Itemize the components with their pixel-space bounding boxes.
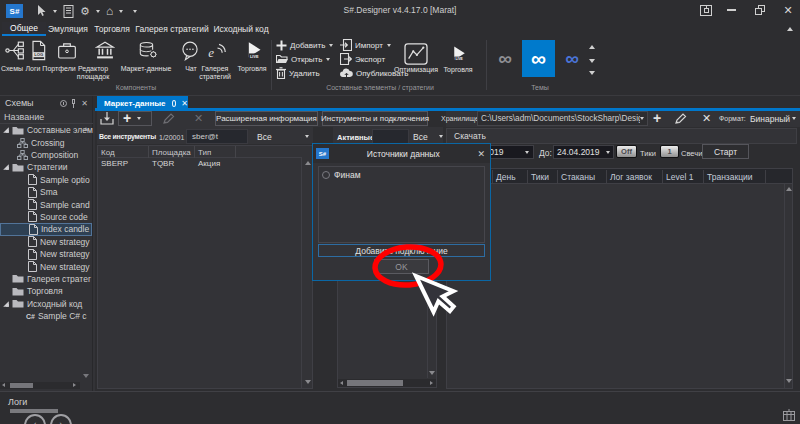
candles-toggle[interactable]: 1 [660,145,679,158]
hscroll-right-icon[interactable] [73,383,76,387]
source-radio-icon[interactable] [322,171,330,179]
home-icon[interactable]: ⌂ [106,6,113,16]
column-header-Стаканы[interactable]: Стаканы [561,172,595,182]
theme-dark-tile[interactable]: ∞ [490,42,520,75]
ribbon-small-export-button[interactable]: Экспорт [340,53,385,65]
expand-arrow-icon[interactable] [3,127,9,133]
tree-hscrollbar[interactable] [0,382,80,389]
tree-column-header[interactable]: Название [0,111,93,124]
start-button[interactable]: Старт [702,144,749,159]
theme-spin-down-icon[interactable] [589,59,595,63]
tree-item-Стратегии[interactable]: Стратегии [0,161,93,173]
column-header-Код[interactable]: Код [101,148,115,157]
ribbon-tab-2[interactable]: Эмуляция [46,22,90,36]
active-hscroll-right-icon[interactable] [430,381,433,385]
instrument-type-combo[interactable]: Все [251,129,313,144]
hscroll-left-icon[interactable] [2,383,5,387]
toolbox-window-icon[interactable] [700,5,712,16]
ok-button[interactable]: OK [374,259,429,274]
add-connection-button[interactable]: Добавить подключение [318,244,485,257]
tree-item-Sample-optio[interactable]: Sample optio [0,174,93,186]
storage-delete-icon[interactable]: ✕ [702,112,711,125]
ribbon-tab-3[interactable]: Торговля [90,22,134,36]
close-button[interactable]: ✕ [781,3,795,17]
column-header-Площадка[interactable]: Площадка [152,148,191,157]
column-header-Level 1[interactable]: Level 1 [666,172,693,182]
tree-item-Composition[interactable]: Composition [0,149,93,161]
instruments-vscrollbar[interactable] [301,158,312,388]
tab-close-icon[interactable]: ✕ [181,99,188,108]
expand-arrow-icon[interactable] [3,301,9,307]
tree-item-Index-candle[interactable]: Index candle [0,223,92,235]
restore-button[interactable] [755,4,766,16]
ribbon-small-import-button[interactable]: Импорт [340,39,391,51]
tree-item-Sample-C-c[interactable]: C#Sample C# c [0,310,93,322]
theme-blue-selected-tile[interactable]: ∞ [522,40,555,77]
tree-item-Sma[interactable]: Sma [0,186,93,198]
tree-item-New-strategy[interactable]: New strategy [0,236,93,248]
active-hscrollbar[interactable] [338,379,436,387]
table-row[interactable]: SBERPTQBRАкция [98,159,301,171]
download-vscrollbar[interactable] [784,184,793,388]
ribbon-tab-5[interactable]: Исходный код [210,22,272,36]
tree-item-New-strategy[interactable]: New strategy [0,248,93,260]
dl-scroll-up-icon[interactable] [786,187,792,191]
date-to-combo[interactable]: 24.04.2019 [553,145,614,159]
dialog-title-bar[interactable]: S# Источники данных ✕ [313,144,490,163]
theme-more-icon[interactable] [589,71,595,75]
gear-icon[interactable]: ⚙ [80,5,90,18]
tree-item-Sample-cand[interactable]: Sample cand [0,198,93,210]
tab-help-icon[interactable] [172,100,177,107]
expand-arrow-icon[interactable] [3,165,9,171]
qat-overflow-icon[interactable] [133,10,137,13]
column-header-День[interactable]: День [496,172,516,182]
pointer-icon[interactable] [36,5,47,17]
tree-item-Source-code[interactable]: Source code [0,211,93,223]
inst-scroll-up-icon[interactable] [305,161,311,165]
add-instrument-button[interactable]: + [118,111,152,126]
active-hscroll-thumb[interactable] [347,380,403,386]
tree-item-Торговля[interactable]: Торговля [0,285,93,297]
column-header-Транзакции[interactable]: Транзакции [707,172,753,182]
active-scroll-down-icon[interactable] [429,371,435,375]
advanced-info-button[interactable]: Расширенная информация [215,111,318,126]
tree-item-New-strategy[interactable]: New strategy [0,260,93,272]
tree-scroll-down-icon[interactable] [83,374,89,378]
gear-dropdown-icon[interactable] [96,10,100,13]
ribbon-button-Редактор площадок[interactable]: Редактор [63,65,123,72]
instrument-filter-input[interactable]: sber@t [186,129,248,144]
column-header-Тики[interactable]: Тики [531,172,549,182]
tree-item-Галерея-стратег[interactable]: Галерея стратег [0,273,93,285]
edit-instrument-icon[interactable] [162,113,175,125]
theme-spin-up-icon[interactable] [589,45,595,49]
minimize-button[interactable] [727,9,736,11]
ribbon-collapse-icon[interactable] [784,24,796,34]
download-header-button[interactable]: Скачать [446,128,797,144]
sidebar-help-icon[interactable] [60,100,67,107]
storage-edit-icon[interactable] [674,113,687,125]
active-filter-input[interactable] [372,129,409,144]
dl-scroll-down-icon[interactable] [786,379,792,383]
tree-item-Составные-элем[interactable]: Составные элем [0,124,93,136]
ribbon-small-trash-button[interactable]: Удалить [276,67,320,79]
grid-settings-icon[interactable] [782,409,796,422]
inst-scroll-down-icon[interactable] [305,380,311,384]
ticks-toggle[interactable]: Off [616,145,637,158]
ribbon-tab-1[interactable]: Общее [2,22,46,36]
format-combo[interactable]: Бинарный [750,111,798,126]
ribbon-large-button-Торговля[interactable]: Торговля [433,66,483,73]
import-csv-button[interactable] [99,111,115,126]
storage-add-icon[interactable]: + [653,110,661,126]
column-header-Тип[interactable]: Тип [198,148,211,157]
storage-combo[interactable]: C:\Users\adm\Documents\StockSharp\Desig [477,111,648,126]
logs-drag-bar[interactable] [10,409,58,413]
ribbon-small-folderopen-button[interactable]: Открыть [276,53,330,65]
theme-light-tile[interactable]: ∞ [557,42,587,75]
ribbon-tab-4[interactable]: Галерея стратегий [134,22,210,36]
hscroll-thumb[interactable] [10,383,33,388]
active-hscroll-left-icon[interactable] [340,381,343,385]
home-dropdown-icon[interactable] [119,10,123,13]
report-icon[interactable] [63,5,74,18]
pointer-dropdown-icon[interactable] [53,10,57,13]
active-combo[interactable]: Все [411,129,443,144]
